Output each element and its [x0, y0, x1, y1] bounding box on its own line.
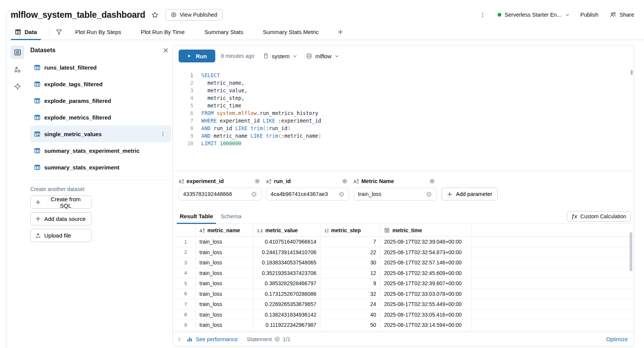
- tab-schema[interactable]: Schema: [217, 213, 245, 224]
- table-row[interactable]: 8train_loss0.1382431834936142402025-08-1…: [176, 310, 634, 320]
- tab-plot-run-by-steps[interactable]: Plot Run By Steps: [75, 29, 121, 35]
- upload-file-button[interactable]: Upload file: [30, 229, 92, 242]
- table-grid-icon: [15, 29, 21, 35]
- sql-editor-card: Run 8 minutes ago system mlflow 1SELECT2…: [173, 45, 634, 346]
- catalog-selector[interactable]: system: [263, 53, 298, 59]
- sql-line-2[interactable]: 2 metric_name,: [173, 79, 626, 87]
- cell-metric_step: 7: [320, 237, 380, 247]
- bar-chart-icon: [187, 336, 193, 342]
- gear-icon[interactable]: [254, 178, 260, 184]
- dataset-item-explode_tags_filtered[interactable]: explode_tags_filtered: [30, 76, 171, 92]
- plus-icon: [35, 199, 41, 205]
- sql-line-7[interactable]: 7WHERE experiment_id LIKE :experiment_id: [173, 117, 626, 124]
- statement-footer: See performance Statement 1/1 Optimize: [173, 332, 634, 346]
- gear-icon[interactable]: [429, 178, 435, 184]
- datasets-panel-title: Datasets: [30, 47, 56, 54]
- filter-icon[interactable]: [56, 29, 62, 36]
- environment-selector[interactable]: Serverless Starter En...: [498, 12, 570, 18]
- add-page-button[interactable]: [338, 29, 343, 35]
- tab-summary-stats-metric[interactable]: Summary Stats Metric: [263, 29, 319, 35]
- schema-selector[interactable]: mlflow: [306, 53, 339, 59]
- clear-value-icon[interactable]: [426, 191, 432, 197]
- add-data-source-button[interactable]: Add data source: [30, 212, 92, 225]
- tab-result-table[interactable]: Result Table: [176, 213, 217, 224]
- clear-value-icon[interactable]: [251, 191, 257, 197]
- sql-line-4[interactable]: 4 metric_step,: [173, 94, 626, 102]
- publish-button[interactable]: Publish: [580, 12, 599, 18]
- left-rail: [10, 45, 25, 93]
- create-from-sql-button[interactable]: Create from SQL: [30, 196, 92, 209]
- column-header-metric_time[interactable]: metric_time: [380, 224, 471, 236]
- dataset-item-summary_stats_experiment_metric[interactable]: summary_stats_experiment_metric: [30, 142, 171, 159]
- dataset-item-runs_latest_filtered[interactable]: runs_latest_filtered: [30, 59, 171, 76]
- dataset-item-explode_metrics_filtered[interactable]: explode_metrics_filtered: [30, 109, 171, 126]
- favorite-star-icon[interactable]: [151, 11, 159, 19]
- environment-status-dot: [498, 13, 501, 17]
- cell-metric_time: 2025-08-17T02:32:45.609+00:00: [380, 268, 471, 278]
- parameter-input[interactable]: 4335783192448868: [179, 188, 262, 200]
- see-performance-link[interactable]: See performance: [187, 336, 238, 342]
- sql-line-3[interactable]: 3 metric_value,: [173, 87, 626, 94]
- sql-editor[interactable]: 1SELECT2 metric_name,3 metric_value,4 me…: [173, 67, 634, 171]
- table-row[interactable]: 9train_loss0.1119222342967987502025-08-1…: [176, 320, 634, 331]
- table-row[interactable]: 3train_loss0.18383340537548065302025-08-…: [176, 258, 634, 268]
- dataset-table-icon: [34, 164, 40, 171]
- sql-line-5[interactable]: 5 metric_time: [173, 102, 626, 109]
- dataset-item-summary_stats_experiment[interactable]: summary_stats_experiment: [30, 159, 171, 176]
- parameter-input[interactable]: 4ca4b98741ce4367ae3: [266, 188, 349, 200]
- cell-metric_time: 2025-08-17T02:32:57.146+00:00: [380, 258, 471, 268]
- run-button[interactable]: Run: [179, 50, 215, 62]
- table-row[interactable]: 7train_loss0.2269265353679657242025-08-1…: [176, 299, 634, 310]
- table-row[interactable]: 2train_loss0.24417391419410706222025-08-…: [176, 247, 634, 258]
- dataset-table-icon: [34, 114, 40, 121]
- cell-metric_name: train_loss: [196, 320, 253, 330]
- expand-chevron-icon[interactable]: [177, 337, 182, 342]
- overflow-menu-icon[interactable]: [478, 10, 488, 20]
- play-icon: [187, 54, 191, 58]
- optimize-link[interactable]: Optimize: [606, 336, 628, 342]
- close-icon[interactable]: [163, 47, 169, 53]
- tab-plot-run-by-time[interactable]: Plot Run By Time: [141, 29, 185, 35]
- share-button[interactable]: Share: [610, 11, 634, 18]
- rail-lineage-button[interactable]: [11, 62, 24, 76]
- add-parameter-button[interactable]: Add parameter: [442, 188, 498, 200]
- cell-metric_value: 0.4107516407966614: [253, 237, 320, 247]
- table-scrollbar-thumb[interactable]: [630, 232, 632, 271]
- rail-datasets-button[interactable]: [11, 45, 24, 59]
- gear-icon[interactable]: [342, 178, 348, 184]
- decimal-type-icon: 1.2: [257, 227, 263, 233]
- dataset-item-single_metric_values[interactable]: single_metric_values: [30, 126, 171, 142]
- view-published-button[interactable]: View Published: [165, 9, 222, 21]
- custom-calculation-button[interactable]: ƒx Custom Calculation: [567, 211, 631, 222]
- parameter-input[interactable]: train_loss: [353, 188, 437, 200]
- column-header-metric_value[interactable]: 1.2metric_value: [253, 224, 320, 236]
- column-header-metric_step[interactable]: 123metric_step: [320, 224, 380, 236]
- editor-scrollbar-thumb[interactable]: [631, 70, 633, 75]
- eye-icon: [171, 12, 177, 18]
- dataset-name: explode_params_filtered: [44, 98, 111, 104]
- chevron-down-icon: [334, 54, 339, 59]
- table-row[interactable]: 6train_loss0.1731252670288086322025-08-1…: [176, 289, 634, 300]
- table-row[interactable]: 1train_loss0.410751640796661472025-08-17…: [176, 237, 634, 247]
- tab-summary-stats[interactable]: Summary Stats: [204, 29, 243, 35]
- cell-metric_step: 30: [320, 258, 380, 268]
- row-number-header: [176, 224, 196, 236]
- tab-data[interactable]: Data: [11, 24, 41, 40]
- cell-metric_time: 2025-08-17T02:32:55.449+00:00: [380, 299, 471, 309]
- dataset-item-explode_params_filtered[interactable]: explode_params_filtered: [30, 92, 171, 109]
- sql-line-1[interactable]: 1SELECT: [173, 71, 626, 79]
- dataset-menu-icon[interactable]: [159, 130, 167, 138]
- table-row[interactable]: 5train_loss0.385328292846679792025-08-17…: [176, 278, 634, 289]
- cell-metric_value: 0.3853282928466797: [253, 278, 320, 289]
- dataset-name: single_metric_values: [44, 131, 102, 137]
- sql-line-9[interactable]: 9AND metric_name LIKE trim(:metric_name): [173, 132, 626, 140]
- create-dataset-label: Create another dataset: [30, 186, 171, 192]
- sql-line-8[interactable]: 8AND run_id LIKE trim(:run_id): [173, 124, 626, 132]
- table-row[interactable]: 4train_loss0.35219353437423706122025-08-…: [176, 268, 634, 279]
- sql-line-10[interactable]: 10LIMIT 1000000: [173, 140, 626, 147]
- rail-assistant-button[interactable]: [11, 79, 24, 93]
- clear-value-icon[interactable]: [338, 191, 345, 197]
- sql-line-6[interactable]: 6FROM system.mlflow.run_metrics_history: [173, 109, 626, 117]
- string-type-icon: ABC: [266, 178, 271, 184]
- column-header-metric_name[interactable]: ABCmetric_name: [196, 224, 253, 236]
